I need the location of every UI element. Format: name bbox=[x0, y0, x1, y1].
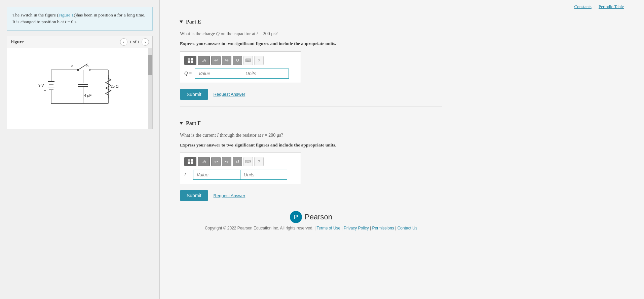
figure-next-button[interactable]: › bbox=[142, 38, 149, 46]
figure-nav: ‹ 1 of 1 › bbox=[120, 38, 149, 46]
circuit-diagram: + − 9 V a bbox=[31, 56, 128, 120]
part-f-redo-button[interactable]: ↪ bbox=[222, 157, 231, 166]
svg-text:4 μF: 4 μF bbox=[84, 93, 92, 97]
grid-icon bbox=[188, 58, 193, 63]
svg-text:b: b bbox=[86, 64, 88, 68]
figure1-link[interactable]: Figure 1 bbox=[59, 12, 74, 17]
part-f-action-row: Submit Request Answer bbox=[180, 190, 442, 201]
svg-text:+: + bbox=[44, 78, 46, 83]
part-f-submit-button[interactable]: Submit bbox=[180, 190, 208, 201]
right-panel[interactable]: Constants | Periodic Table Part E What i… bbox=[160, 0, 644, 299]
link-separator: | bbox=[595, 4, 597, 9]
part-e-section: Part E What is the charge Q on the capac… bbox=[180, 12, 442, 103]
part-f-input-label: I = bbox=[184, 172, 190, 177]
part-f-value-input[interactable] bbox=[193, 170, 240, 180]
svg-line-13 bbox=[78, 64, 87, 70]
figure-prev-button[interactable]: ‹ bbox=[120, 38, 127, 46]
part-e-input-label: Q = bbox=[184, 71, 192, 76]
part-f-keyboard-button[interactable]: ⌨ bbox=[243, 157, 253, 166]
part-f-request-button[interactable]: Request Answer bbox=[214, 193, 245, 198]
part-e-toggle[interactable] bbox=[180, 20, 183, 23]
problem-text-box: The switch in the figure (Figure 1))has … bbox=[7, 7, 153, 31]
part-e-input-row: Q = bbox=[184, 69, 297, 79]
part-f-header: Part F bbox=[180, 120, 442, 126]
part-divider bbox=[180, 106, 442, 107]
figure-header: Figure ‹ 1 of 1 › bbox=[7, 36, 152, 48]
part-f-question: What is the current I through the resist… bbox=[180, 132, 442, 139]
part-f-answer-box: μA ↩ ↪ ↺ ⌨ ? I = bbox=[180, 153, 301, 184]
figure-scrollbar-thumb[interactable] bbox=[148, 55, 152, 75]
part-f-grid-button[interactable] bbox=[184, 157, 196, 166]
part-e-submit-button[interactable]: Submit bbox=[180, 89, 208, 100]
part-e-refresh-button[interactable]: ↺ bbox=[233, 56, 242, 65]
svg-text:a: a bbox=[71, 64, 74, 68]
svg-text:25 Ω: 25 Ω bbox=[111, 84, 119, 88]
privacy-link[interactable]: Privacy Policy bbox=[344, 226, 369, 230]
copyright-text: Copyright © 2022 Pearson Education Inc. … bbox=[205, 226, 313, 230]
svg-text:−: − bbox=[44, 88, 46, 93]
part-e-answer-box: μA ↩ ↪ ↺ ⌨ ? Q = bbox=[180, 51, 301, 83]
part-e-instruction: Express your answer to two significant f… bbox=[180, 40, 442, 47]
copyright-line: Copyright © 2022 Pearson Education Inc. … bbox=[180, 226, 442, 230]
part-e-action-row: Submit Request Answer bbox=[180, 89, 442, 100]
pearson-icon: P bbox=[290, 211, 302, 223]
constants-link[interactable]: Constants bbox=[574, 4, 592, 9]
part-f-refresh-button[interactable]: ↺ bbox=[233, 157, 242, 166]
part-f-undo-button[interactable]: ↩ bbox=[211, 157, 221, 166]
part-e-toolbar: μA ↩ ↪ ↺ ⌨ ? bbox=[184, 56, 297, 65]
pearson-footer: P Pearson Copyright © 2022 Pearson Educa… bbox=[180, 204, 442, 234]
part-e-mu-button[interactable]: μA bbox=[198, 56, 210, 65]
part-f-units-input[interactable] bbox=[240, 170, 287, 180]
part-e-keyboard-button[interactable]: ⌨ bbox=[243, 56, 253, 65]
part-f-instruction: Express your answer to two significant f… bbox=[180, 142, 442, 148]
figure-page: 1 of 1 bbox=[129, 39, 140, 45]
figure-title: Figure bbox=[10, 39, 24, 45]
svg-text:9 V: 9 V bbox=[38, 83, 44, 87]
part-e-units-input[interactable] bbox=[242, 69, 289, 79]
periodic-table-link[interactable]: Periodic Table bbox=[599, 4, 624, 9]
part-e-header: Part E bbox=[180, 19, 442, 25]
part-f-mu-button[interactable]: μA bbox=[198, 157, 210, 166]
figure-content: + − 9 V a bbox=[7, 48, 152, 129]
figure-scroll-wrapper: + − 9 V a bbox=[7, 48, 152, 129]
part-e-help-button[interactable]: ? bbox=[254, 56, 264, 65]
figure-section: Figure ‹ 1 of 1 › bbox=[7, 36, 153, 129]
contact-link[interactable]: Contact Us bbox=[397, 226, 417, 230]
part-e-title: Part E bbox=[186, 19, 201, 25]
part-e-question: What is the charge Q on the capacitor at… bbox=[180, 30, 442, 38]
pearson-logo: P Pearson bbox=[290, 211, 332, 223]
left-panel: The switch in the figure (Figure 1))has … bbox=[0, 0, 160, 299]
top-links: Constants | Periodic Table bbox=[160, 0, 644, 12]
problem-text: The switch in the figure (Figure 1))has … bbox=[12, 12, 145, 24]
part-e-value-input[interactable] bbox=[195, 69, 242, 79]
part-f-help-button[interactable]: ? bbox=[254, 157, 264, 166]
part-e-redo-button[interactable]: ↪ bbox=[222, 56, 231, 65]
part-e-grid-button[interactable] bbox=[184, 56, 196, 65]
part-f-title: Part F bbox=[186, 120, 201, 126]
grid-icon-2 bbox=[188, 159, 193, 164]
figure-scrollbar[interactable] bbox=[148, 48, 152, 129]
part-f-toolbar: μA ↩ ↪ ↺ ⌨ ? bbox=[184, 157, 297, 166]
part-f-toggle[interactable] bbox=[180, 122, 183, 125]
part-e-request-button[interactable]: Request Answer bbox=[214, 92, 245, 97]
pearson-name: Pearson bbox=[305, 213, 332, 221]
part-e-undo-button[interactable]: ↩ bbox=[211, 56, 221, 65]
right-panel-inner: Part E What is the charge Q on the capac… bbox=[160, 12, 462, 247]
permissions-link[interactable]: Permissions bbox=[372, 226, 394, 230]
part-f-section: Part F What is the current I through the… bbox=[180, 114, 442, 205]
part-f-input-row: I = bbox=[184, 170, 297, 180]
terms-link[interactable]: Terms of Use bbox=[317, 226, 341, 230]
